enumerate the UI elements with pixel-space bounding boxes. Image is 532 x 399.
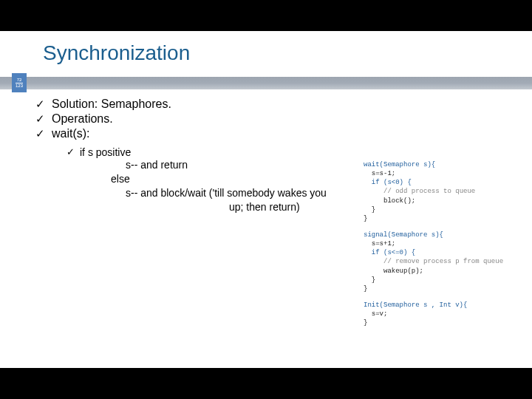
checkmark-icon: ✓ (35, 112, 52, 126)
code-line: wait(Semaphore s){ (364, 160, 517, 169)
checkmark-icon: ✓ (66, 146, 80, 158)
code-line: s=v; (364, 310, 517, 318)
code-signal: signal(Semaphore s){ s=s+1; if (s<=0) { … (364, 231, 517, 293)
code-line: if (s<0) { (364, 178, 517, 187)
sub-text: if s positive (80, 146, 131, 158)
page-badge: 72 123 (12, 73, 27, 92)
code-line: if (s<=0) { (364, 248, 517, 257)
code-line: Init(Semaphore s , Int v){ (364, 301, 517, 310)
code-line: wakeup(p); (364, 267, 517, 276)
sub-bullet-if: ✓ if s positive (66, 146, 517, 158)
bullet-text: Operations. (52, 112, 113, 126)
bullet-text: wait(s): (52, 127, 90, 140)
code-init: Init(Semaphore s , Int v){ s=v; } (364, 301, 517, 327)
code-line: s=s-1; (364, 169, 517, 178)
slide-title: Synchronization (0, 31, 532, 71)
code-line: } (364, 205, 517, 214)
code-wait: wait(Semaphore s){ s=s-1; if (s<0) { // … (364, 160, 517, 223)
code-line: signal(Semaphore s){ (364, 231, 517, 239)
slide: Synchronization 72 123 ✓ Solution: Semap… (0, 31, 532, 368)
code-line: } (364, 284, 517, 293)
checkmark-icon: ✓ (35, 127, 52, 140)
code-panel: wait(Semaphore s){ s=s-1; if (s<0) { // … (364, 160, 517, 335)
progress-bar: 72 123 (0, 77, 532, 89)
code-line: } (364, 214, 517, 223)
code-line: // odd process to queue (364, 187, 517, 196)
bullet-wait: ✓ wait(s): (35, 127, 517, 140)
code-line: } (364, 276, 517, 284)
checkmark-icon: ✓ (35, 98, 52, 111)
page-total: 123 (16, 83, 23, 89)
page-current: 72 (17, 78, 22, 83)
code-line: } (364, 318, 517, 327)
bullet-solution: ✓ Solution: Semaphores. (35, 98, 517, 111)
code-line: // remove process p from queue (364, 257, 517, 266)
bullet-operations: ✓ Operations. (35, 112, 517, 126)
code-line: block(); (364, 197, 517, 205)
code-line: s=s+1; (364, 239, 517, 248)
bullet-text: Solution: Semaphores. (52, 98, 171, 111)
